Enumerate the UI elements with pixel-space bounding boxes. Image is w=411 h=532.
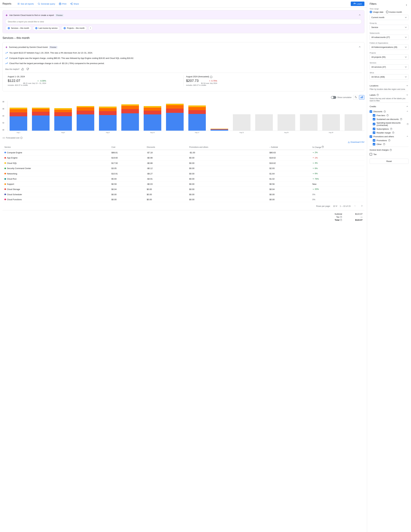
summary-item-2: Compute Engine was the largest charge, c… [5, 57, 362, 60]
feedback-row: Was this helpful? [5, 67, 362, 71]
promotions-checkbox[interactable]: Promotions [370, 139, 409, 142]
promotions-others-checkbox[interactable]: Promotions and others [370, 134, 409, 139]
collapse-gemini-button[interactable] [358, 13, 362, 18]
credits-collapse-header[interactable]: Credits [370, 104, 409, 108]
page-body: Ask Gemini Cloud Assist to find or creat… [0, 8, 367, 532]
help-icon-total[interactable] [340, 219, 342, 221]
usage-date-radio-dot [370, 11, 372, 13]
bar-group [52, 101, 74, 131]
help-icon-discounts[interactable] [384, 111, 386, 113]
next-page-button[interactable] [359, 204, 364, 208]
help-icon-reseller[interactable] [392, 132, 394, 134]
gemini-card: Ask Gemini Cloud Assist to find or creat… [2, 10, 364, 33]
discounts-checkbox[interactable]: Discounts [370, 110, 409, 114]
gemini-input[interactable] [5, 19, 362, 24]
group-by-select[interactable]: Service Project SKU [370, 25, 409, 30]
share-button[interactable]: Share [69, 1, 81, 6]
svg-point-8 [72, 4, 72, 5]
bar-group [75, 101, 96, 131]
info-icon-chart[interactable] [20, 137, 22, 139]
gcp-icon-1 [8, 27, 10, 29]
promotions-others-checkbox-box [370, 135, 372, 138]
subaccounts-section: Subaccounts All subaccounts (27) [370, 32, 409, 40]
thumbs-up-icon [21, 68, 24, 70]
time-range-section: Time range Usage date Invoice month Curr… [370, 8, 409, 20]
help-icon-promotions[interactable] [388, 139, 390, 142]
subscriptions-checkbox[interactable]: Subscriptions [370, 127, 409, 131]
table-row: Cloud Scheduler $0.00$0.00$0.00$0.000% [2, 192, 364, 197]
svg-line-10 [71, 3, 72, 4]
see-all-reports-button[interactable]: See all reports [16, 1, 35, 6]
thumbs-down-icon [27, 68, 29, 70]
reset-button[interactable]: Reset [370, 159, 409, 164]
help-icon-subscriptions[interactable] [390, 128, 392, 130]
show-cumulative-toggle[interactable]: Show cumulative [331, 96, 352, 99]
chart-x-labels: Aug 1Aug 5Aug 9Aug 13Aug 17Aug 21Aug 25A… [7, 131, 364, 135]
chip-nav-button[interactable] [88, 26, 93, 30]
invoice-month-radio[interactable]: Invoice month [386, 11, 402, 13]
service-cell: Security Command Center [4, 167, 108, 170]
other-checkbox[interactable]: Other [370, 142, 409, 146]
chip-projects-this-month[interactable]: Projects – this month [61, 26, 87, 30]
help-icon-tax[interactable] [340, 216, 342, 218]
folders-select[interactable]: All folders/organizations (28) [370, 45, 409, 50]
spending-based-checkbox[interactable]: Spending based discounts (contractual) [370, 121, 409, 127]
cost-meta-1: -4.09% -$5.21 over July 13 – 31, 2024 [23, 80, 46, 84]
arrow-down-icon-1 [37, 80, 39, 82]
subaccounts-select[interactable]: All subaccounts (27) [370, 35, 409, 40]
filters-title: Filters [370, 2, 376, 5]
projects-select[interactable]: All projects (55) [370, 55, 409, 60]
learn-button[interactable]: Learn [351, 1, 364, 6]
collapse-summary-button[interactable] [358, 45, 362, 49]
skus-select[interactable]: All SKUs (408) [370, 74, 409, 79]
sidebar-collapse-button[interactable] [404, 3, 409, 8]
subaccounts-select-wrapper: Subaccounts All subaccounts (27) [370, 32, 409, 40]
prev-page-button[interactable] [353, 204, 357, 208]
service-dot [4, 168, 6, 169]
sustained-use-checkbox[interactable]: Sustained use discounts [370, 117, 409, 121]
table-header: Service Cost Discounts Promotions and ot… [2, 144, 364, 150]
sustained-use-checkbox-box [373, 118, 375, 120]
help-icon-free-tiers[interactable] [386, 114, 389, 116]
help-icon-invoice[interactable] [390, 149, 392, 151]
current-month-select[interactable]: Current month Last month Custom range [370, 15, 409, 20]
table-body: Compute Engine $88.81-$7.18-$1.00$80.632… [2, 150, 364, 202]
bar-group [342, 101, 364, 131]
tax-checkbox[interactable]: Tax [370, 152, 409, 156]
help-icon-change[interactable] [322, 146, 324, 148]
services-select[interactable]: All services (47) [370, 64, 409, 70]
thumbs-up-button[interactable] [21, 67, 25, 71]
rows-per-page-select[interactable]: 10 25 50 [332, 205, 338, 208]
group-by-select-wrapper: Group by Service Project SKU [370, 22, 409, 30]
locations-section: Locations Filter by location data like r… [370, 82, 409, 90]
labels-collapse-header[interactable]: Labels [370, 93, 409, 97]
svg-rect-19 [361, 97, 361, 98]
invoice-charges-label: Invoice level charges [370, 149, 409, 151]
gemini-chips: Services – this month Last invoice by se… [5, 26, 362, 30]
toggle-switch[interactable] [331, 96, 336, 99]
usage-date-radio[interactable]: Usage date [370, 11, 383, 13]
help-icon-spending[interactable] [407, 123, 409, 125]
chevron-up-icon-credits [406, 105, 409, 108]
free-tiers-checkbox[interactable]: Free tiers [370, 114, 409, 117]
toggle-thumb [331, 96, 333, 98]
change-badge: 0% [312, 198, 315, 201]
print-button[interactable]: Print [57, 1, 68, 6]
help-icon-sustained[interactable] [400, 118, 402, 120]
info-icon-forecasted[interactable] [210, 76, 212, 78]
chip-services-this-month[interactable]: Services – this month [5, 26, 31, 30]
help-icon-labels[interactable] [376, 94, 379, 96]
thumbs-down-button[interactable] [26, 67, 29, 71]
locations-collapse-header[interactable]: Locations [370, 84, 409, 87]
line-chart-button[interactable] [353, 95, 358, 100]
other-checkbox-box [373, 143, 375, 145]
chart-bars-area [7, 101, 364, 131]
reseller-margin-checkbox[interactable]: Reseller margin [370, 131, 409, 134]
preview-badge: Preview [55, 14, 64, 17]
bar-chart-button[interactable] [359, 95, 364, 100]
help-icon-other[interactable] [383, 143, 385, 145]
generate-query-button[interactable]: Generate query [36, 1, 57, 6]
chip-last-invoice[interactable]: Last invoice by service [33, 26, 60, 30]
download-csv-button[interactable]: Download CSV [348, 141, 364, 143]
bar-group [186, 101, 208, 131]
